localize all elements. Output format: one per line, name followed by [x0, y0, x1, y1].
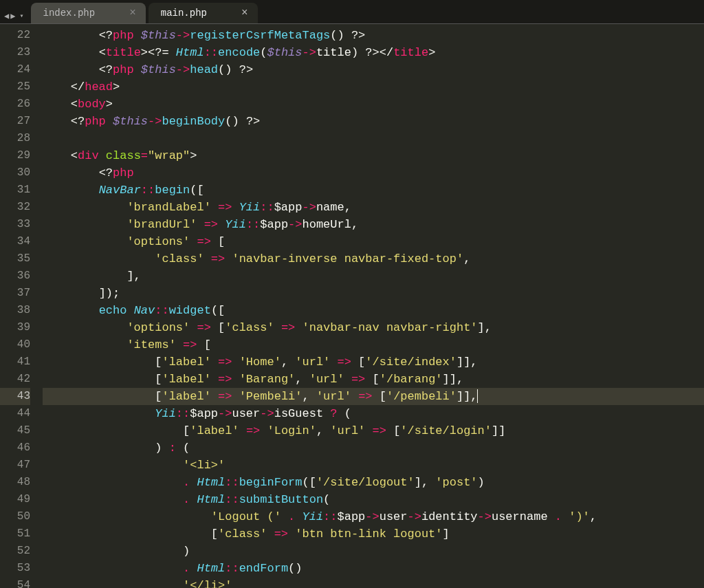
- code-line[interactable]: 'items' => [: [43, 336, 704, 353]
- token-default: ]],: [456, 356, 478, 369]
- code-line[interactable]: ['label' => 'Login', 'url' => ['/site/lo…: [43, 422, 704, 439]
- line-number: 47: [0, 457, 30, 474]
- token-class: Yii: [155, 407, 176, 420]
- tab-menu-icon[interactable]: ▾: [19, 13, 23, 20]
- code-line[interactable]: 'options' => ['class' => 'navbar-nav nav…: [43, 319, 704, 336]
- token-func: submitButton: [239, 493, 323, 506]
- tab-main-php[interactable]: main.php×: [148, 3, 258, 23]
- line-number: 40: [0, 336, 30, 353]
- code-line[interactable]: <title><?= Html::encode($this->title) ?>…: [43, 44, 704, 61]
- token-op: =>: [183, 338, 197, 351]
- token-default: [190, 321, 197, 334]
- token-phpkw: php: [85, 115, 113, 128]
- tab-index-php[interactable]: index.php×: [31, 3, 146, 23]
- token-default: [: [155, 390, 162, 403]
- close-icon[interactable]: ×: [129, 7, 136, 19]
- code-line[interactable]: ): [43, 543, 704, 560]
- code-line[interactable]: NavBar::begin([: [43, 182, 704, 199]
- token-default: [176, 338, 183, 351]
- line-number: 41: [0, 353, 30, 371]
- code-line[interactable]: <?php $this->registerCsrfMetaTags() ?>: [43, 27, 704, 44]
- token-class: Yii: [239, 201, 261, 214]
- close-icon[interactable]: ×: [241, 7, 248, 19]
- token-class: Yii: [225, 218, 246, 231]
- token-punct: <: [99, 46, 106, 59]
- code-line[interactable]: . Html::submitButton(: [43, 491, 704, 508]
- code-line[interactable]: ['label' => 'Barang', 'url' => ['/barang…: [43, 371, 704, 388]
- code-line[interactable]: ) : (: [43, 439, 704, 457]
- code-line[interactable]: <?php $this->beginBody() ?>: [43, 113, 704, 130]
- token-default: [239, 424, 246, 437]
- code-line[interactable]: 'brandLabel' => Yii::$app->name,: [43, 199, 704, 216]
- token-punct: >: [106, 98, 113, 111]
- token-func: registerCsrfMetaTags: [190, 29, 330, 42]
- code-line[interactable]: <?php: [43, 164, 704, 182]
- code-line[interactable]: 'class' => 'navbar-inverse navbar-fixed-…: [43, 250, 704, 268]
- token-default: [232, 390, 239, 403]
- code-line[interactable]: Yii::$app->user->isGuest ? (: [43, 405, 704, 422]
- line-number: 28: [0, 130, 30, 147]
- line-number: 53: [0, 560, 30, 577]
- token-arrow: ->: [176, 63, 190, 76]
- code-line[interactable]: ]);: [43, 285, 704, 302]
- code-line[interactable]: ['label' => 'Home', 'url' => ['/site/ind…: [43, 353, 704, 371]
- code-editor[interactable]: 2223242526272829303132333435363738394041…: [0, 24, 704, 588]
- code-line[interactable]: ['label' => 'Pembeli', 'url' => ['/pembe…: [43, 388, 704, 405]
- token-str: 'url': [309, 373, 344, 386]
- token-arrow: ->: [302, 46, 316, 59]
- code-line[interactable]: 'Logout (' . Yii::$app->user->identity->…: [43, 508, 704, 525]
- token-default: [: [211, 235, 225, 248]
- token-op: =>: [218, 390, 232, 403]
- token-default: [281, 510, 288, 523]
- code-line[interactable]: echo Nav::widget([: [43, 302, 704, 319]
- token-default: [: [351, 356, 365, 369]
- code-line[interactable]: <?php $this->head() ?>: [43, 61, 704, 78]
- token-punct: <: [71, 149, 78, 162]
- token-op: ::: [141, 184, 155, 197]
- token-op: ::: [225, 493, 239, 506]
- code-line[interactable]: ],: [43, 268, 704, 285]
- code-line[interactable]: . Html::beginForm(['/site/logout'], 'pos…: [43, 474, 704, 491]
- code-line[interactable]: </head>: [43, 78, 704, 96]
- token-func: head: [190, 63, 218, 76]
- token-punct: ): [478, 476, 485, 489]
- code-line[interactable]: '</li>': [43, 577, 704, 588]
- line-number: 50: [0, 508, 30, 525]
- token-str: 'options': [126, 321, 190, 334]
- line-number: 44: [0, 405, 30, 422]
- token-default: [190, 493, 197, 506]
- code-line[interactable]: [43, 130, 704, 147]
- token-default: [232, 201, 239, 214]
- tab-prev-icon[interactable]: ◀: [4, 12, 9, 21]
- token-tag: title: [393, 46, 428, 59]
- line-number: 39: [0, 319, 30, 336]
- token-default: [211, 201, 218, 214]
- tab-next-icon[interactable]: ▶: [10, 12, 15, 21]
- line-number: 31: [0, 182, 30, 199]
- code-line[interactable]: ['class' => 'btn btn-link logout']: [43, 525, 704, 543]
- code-line[interactable]: <div class="wrap">: [43, 147, 704, 164]
- code-line[interactable]: . Html::endForm(): [43, 560, 704, 577]
- code-line[interactable]: 'options' => [: [43, 233, 704, 250]
- token-punct: <?: [71, 115, 85, 128]
- token-arrow: ->: [408, 510, 421, 523]
- token-class: Yii: [302, 510, 323, 523]
- token-tag: div: [78, 149, 106, 162]
- token-op: .: [183, 493, 190, 506]
- line-number: 35: [0, 250, 30, 268]
- code-line[interactable]: 'brandUrl' => Yii::$app->homeUrl,: [43, 216, 704, 233]
- token-punct: ([: [211, 304, 225, 317]
- token-op: =>: [218, 201, 232, 214]
- token-punct: <?: [99, 63, 113, 76]
- token-phpkw: php: [113, 166, 134, 179]
- code-area[interactable]: <?php $this->registerCsrfMetaTags() ?> <…: [37, 24, 704, 588]
- token-str: 'Home': [239, 356, 281, 369]
- token-op: .: [288, 510, 295, 523]
- token-str: 'post': [435, 476, 477, 489]
- line-number: 46: [0, 439, 30, 457]
- code-line[interactable]: <body>: [43, 96, 704, 113]
- token-default: [204, 252, 211, 265]
- code-line[interactable]: '<li>': [43, 457, 704, 474]
- token-func: endForm: [239, 562, 288, 575]
- token-op: :: [169, 442, 176, 455]
